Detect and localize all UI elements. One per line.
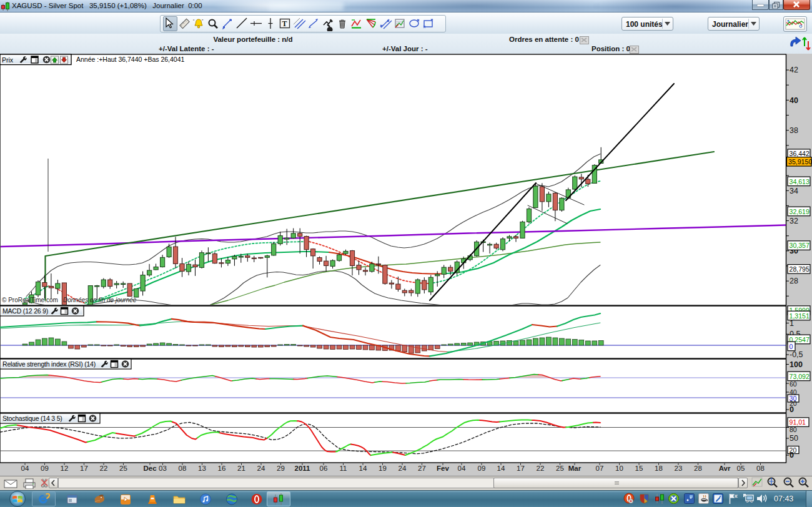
- svg-text:Fev: Fev: [437, 465, 449, 472]
- svg-text:12: 12: [61, 465, 69, 472]
- svg-text:04: 04: [21, 465, 29, 472]
- svg-text:28,795: 28,795: [790, 265, 810, 273]
- svg-text:42: 42: [790, 66, 798, 74]
- svg-text:13: 13: [198, 465, 206, 472]
- svg-text:Dec: Dec: [143, 465, 157, 472]
- svg-text:23: 23: [675, 465, 683, 472]
- svg-text:34,613: 34,613: [790, 178, 810, 185]
- svg-text:35,9150: 35,9150: [788, 158, 812, 165]
- svg-text:MACD (12 26 9): MACD (12 26 9): [2, 307, 48, 315]
- svg-text:08: 08: [179, 465, 187, 472]
- svg-text:05: 05: [737, 465, 745, 472]
- svg-text:22: 22: [537, 465, 545, 472]
- svg-text:Prix: Prix: [2, 56, 14, 64]
- svg-text:Stochastique (14 3 5): Stochastique (14 3 5): [2, 415, 62, 422]
- svg-text:Relative strength index (RSI): Relative strength index (RSI) (14): [2, 360, 96, 368]
- svg-text:03: 03: [159, 465, 167, 472]
- svg-text:Données en fin de journée: Données en fin de journée: [63, 297, 137, 303]
- svg-text:60: 60: [790, 380, 797, 388]
- svg-text:© ProRealTime.com: © ProRealTime.com: [2, 297, 58, 303]
- svg-text:21: 21: [237, 465, 245, 472]
- svg-text:“: “: [193, 19, 195, 23]
- svg-text:38: 38: [790, 126, 798, 135]
- svg-text:30,357: 30,357: [790, 242, 810, 249]
- svg-text:28: 28: [790, 277, 798, 285]
- svg-text:0: 0: [790, 405, 794, 414]
- svg-text:73,092: 73,092: [790, 373, 810, 380]
- svg-text:14: 14: [497, 465, 505, 472]
- svg-text:08: 08: [756, 465, 765, 472]
- svg-text:24: 24: [399, 465, 407, 472]
- svg-text:15: 15: [635, 465, 643, 472]
- svg-text:Avr: Avr: [719, 465, 731, 472]
- svg-text:11: 11: [340, 465, 347, 472]
- svg-text:17: 17: [517, 465, 525, 472]
- svg-text:”: ”: [202, 19, 204, 23]
- svg-text:14: 14: [359, 465, 367, 472]
- svg-text:36,442: 36,442: [790, 150, 810, 157]
- svg-text:1,3151: 1,3151: [790, 312, 810, 320]
- svg-text:Année :+Haut 36,7440 +Bas 26,4: Année :+Haut 36,7440 +Bas 26,4041: [76, 56, 185, 63]
- svg-text:25: 25: [556, 465, 564, 472]
- svg-text:29: 29: [277, 465, 285, 472]
- svg-text:09: 09: [41, 465, 49, 472]
- svg-text:32: 32: [790, 217, 798, 225]
- svg-text:0: 0: [790, 451, 794, 460]
- svg-text:34: 34: [790, 187, 798, 195]
- svg-text:24: 24: [257, 465, 265, 472]
- svg-text:06: 06: [320, 465, 328, 472]
- svg-text:100: 100: [790, 360, 803, 369]
- svg-text:09: 09: [478, 465, 486, 472]
- svg-text:0: 0: [790, 343, 793, 350]
- svg-text:18: 18: [655, 465, 663, 472]
- svg-text:07: 07: [596, 465, 604, 472]
- svg-text:19: 19: [379, 465, 387, 472]
- svg-text:2011: 2011: [295, 465, 311, 472]
- svg-text:T: T: [282, 19, 287, 28]
- svg-text:27: 27: [418, 465, 426, 472]
- svg-text:25: 25: [119, 465, 127, 472]
- svg-text:-0,5: -0,5: [790, 350, 803, 359]
- svg-text:28: 28: [694, 465, 702, 472]
- svg-text:10: 10: [615, 465, 623, 472]
- svg-text:Mar: Mar: [568, 465, 582, 472]
- svg-text:80: 80: [790, 426, 797, 433]
- svg-text:91,01: 91,01: [790, 418, 806, 426]
- svg-text:22: 22: [100, 465, 108, 472]
- svg-text:32,619: 32,619: [790, 208, 810, 215]
- svg-text:04: 04: [458, 465, 466, 472]
- svg-text:50: 50: [790, 434, 798, 443]
- svg-text:16: 16: [218, 465, 226, 472]
- svg-text:40: 40: [790, 96, 798, 105]
- svg-text:17: 17: [80, 465, 88, 472]
